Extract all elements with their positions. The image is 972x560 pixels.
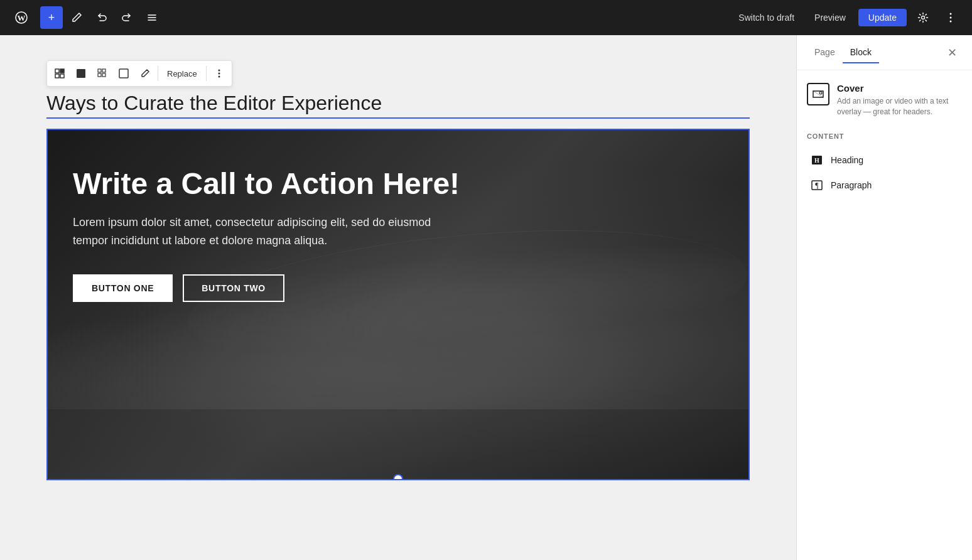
block-view-solid-button[interactable] — [71, 63, 91, 83]
svg-point-24 — [819, 92, 822, 94]
preview-button[interactable]: Preview — [807, 9, 853, 26]
content-list: H Heading ¶ Paragraph — [807, 148, 962, 198]
wp-logo[interactable]: W — [10, 6, 33, 29]
block-info-text: Cover Add an image or video with a text … — [837, 83, 962, 117]
svg-point-7 — [950, 17, 952, 19]
panel-body: Cover Add an image or video with a text … — [797, 70, 972, 560]
replace-button[interactable]: Replace — [161, 67, 203, 81]
resize-handle[interactable] — [393, 474, 403, 480]
editor-content: Replace Ways to Curate the Editor Experi… — [21, 60, 775, 480]
tab-block[interactable]: Block — [843, 42, 879, 63]
cover-block[interactable]: Write a Call to Action Here! Lorem ipsum… — [46, 129, 750, 480]
tab-page[interactable]: Page — [807, 42, 843, 63]
cover-heading[interactable]: Write a Call to Action Here! — [73, 168, 723, 201]
svg-rect-17 — [102, 73, 105, 77]
right-panel: Page Block ✕ Cover Add an image or video… — [796, 35, 972, 560]
paragraph-label: Paragraph — [831, 180, 872, 190]
more-block-options-button[interactable] — [209, 63, 229, 83]
cover-buttons: BUTTON ONE BUTTON TWO — [73, 274, 723, 302]
undo-button[interactable] — [90, 6, 113, 29]
top-toolbar: W + Sw — [0, 0, 972, 35]
content-section-title: Content — [807, 132, 962, 140]
svg-rect-13 — [77, 69, 85, 78]
block-expand-button[interactable] — [114, 63, 134, 83]
cover-content: Write a Call to Action Here! Lorem ipsum… — [48, 130, 748, 340]
content-list-item-heading[interactable]: H Heading — [807, 148, 962, 173]
svg-point-5 — [922, 16, 925, 19]
cover-block-icon — [807, 83, 829, 105]
block-view-grid-button[interactable] — [92, 63, 112, 83]
more-options-button[interactable] — [939, 6, 962, 29]
redo-button[interactable] — [116, 6, 138, 29]
edit-mode-button[interactable] — [65, 6, 88, 29]
svg-rect-10 — [60, 69, 64, 73]
block-info-description: Add an image or video with a text overla… — [837, 96, 962, 117]
toolbar-right: Switch to draft Preview Update — [731, 6, 962, 29]
toolbar-separator — [158, 66, 158, 81]
svg-rect-11 — [55, 74, 59, 78]
block-info: Cover Add an image or video with a text … — [807, 83, 962, 117]
settings-button[interactable] — [912, 6, 934, 29]
svg-text:H: H — [814, 157, 819, 164]
main-area: Replace Ways to Curate the Editor Experi… — [0, 35, 972, 560]
cover-button-one[interactable]: BUTTON ONE — [73, 274, 173, 302]
svg-text:W: W — [18, 13, 26, 23]
svg-point-19 — [218, 70, 220, 72]
block-info-title: Cover — [837, 83, 962, 94]
svg-rect-15 — [102, 69, 105, 72]
svg-rect-12 — [60, 74, 64, 78]
block-type-button[interactable] — [50, 63, 70, 83]
svg-point-20 — [218, 73, 220, 75]
add-block-button[interactable]: + — [40, 6, 63, 29]
update-button[interactable]: Update — [858, 9, 907, 26]
heading-label: Heading — [831, 155, 863, 165]
switch-to-draft-button[interactable]: Switch to draft — [731, 9, 802, 26]
svg-point-6 — [950, 13, 952, 15]
svg-rect-14 — [98, 69, 101, 72]
cover-paragraph[interactable]: Lorem ipsum dolor sit amet, consectetur … — [73, 213, 437, 250]
panel-close-button[interactable]: ✕ — [942, 43, 962, 63]
paragraph-icon: ¶ — [809, 178, 824, 193]
svg-rect-18 — [119, 69, 128, 78]
heading-icon: H — [809, 153, 824, 168]
svg-point-8 — [950, 21, 952, 23]
cover-button-two[interactable]: BUTTON TWO — [183, 274, 284, 302]
editor-area: Replace Ways to Curate the Editor Experi… — [0, 35, 796, 560]
toolbar-left: W + — [10, 6, 163, 29]
block-toolbar: Replace — [46, 60, 232, 87]
page-title[interactable]: Ways to Curate the Editor Experience — [46, 92, 750, 119]
content-list-item-paragraph[interactable]: ¶ Paragraph — [807, 173, 962, 198]
toolbar-separator-2 — [206, 66, 207, 81]
block-edit-button[interactable] — [135, 63, 155, 83]
panel-header: Page Block ✕ — [797, 35, 972, 70]
svg-point-21 — [218, 76, 220, 78]
svg-rect-9 — [55, 69, 59, 73]
list-view-button[interactable] — [141, 6, 163, 29]
svg-rect-16 — [98, 73, 101, 77]
svg-text:¶: ¶ — [815, 181, 819, 190]
